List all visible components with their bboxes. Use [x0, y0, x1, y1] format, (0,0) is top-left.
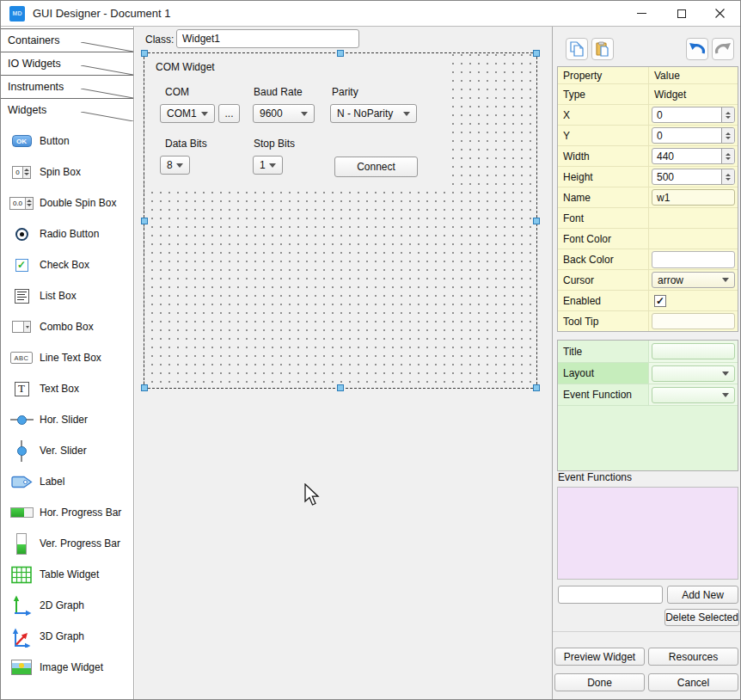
property-row-cursor: Cursor arrow	[558, 269, 738, 290]
color-swatch[interactable]	[652, 251, 735, 268]
widget-item-radio-button[interactable]: Radio Button	[1, 218, 132, 249]
line-text-box-icon: ABC	[9, 352, 34, 364]
property-spinner[interactable]: 500	[652, 169, 735, 185]
parity-value: N - NoParity	[337, 107, 393, 120]
redo-button[interactable]	[712, 38, 734, 60]
widget-item-button[interactable]: OK Button	[1, 126, 132, 157]
property-name: Enabled	[558, 291, 649, 310]
property-value-text: Widget	[652, 89, 686, 101]
minimize-icon	[637, 13, 646, 14]
com-widget-groupbox[interactable]: COM Widget COM COM1 ... Baud Rate 9600 P…	[144, 53, 450, 188]
palette-tab-io-widgets[interactable]: IO Widgets	[1, 52, 133, 75]
resize-handle[interactable]	[141, 218, 148, 224]
minimize-button[interactable]	[622, 1, 661, 26]
data-bits-label: Data Bits	[165, 138, 207, 150]
resize-handle[interactable]	[533, 218, 540, 224]
widget-item-check-box[interactable]: ✓ Check Box	[1, 249, 132, 280]
com-browse-button[interactable]: ...	[218, 104, 240, 123]
widget-item-hor-progress-bar[interactable]: Hor. Progress Bar	[1, 497, 132, 528]
widget-item-ver-slider[interactable]: Ver. Slider	[1, 435, 132, 466]
header-value: Value	[649, 67, 738, 83]
extra-property-name: Event Function	[558, 384, 649, 405]
property-inspector: Property Value Type WidgetX 0Y 0Width 44…	[552, 27, 740, 699]
resize-handle[interactable]	[533, 384, 540, 391]
widget-item-label: Ver. Slider	[40, 445, 87, 457]
resize-handle[interactable]	[337, 384, 344, 391]
widget-item-hor-slider[interactable]: Hor. Slider	[1, 404, 132, 435]
widget-item-2d-graph[interactable]: 2D Graph	[1, 590, 132, 621]
widget-item-label: Text Box	[40, 383, 79, 395]
resize-handle[interactable]	[337, 50, 344, 57]
tab-diagonal	[81, 112, 133, 121]
design-canvas[interactable]: Class: COM Widget COM COM1 ... Baud Rate…	[135, 27, 552, 699]
stop-bits-label: Stop Bits	[254, 138, 295, 150]
property-text-input[interactable]: w1	[652, 189, 735, 206]
widget-item-label[interactable]: Label	[1, 466, 132, 497]
widget-item-label: Combo Box	[40, 321, 94, 333]
resize-handle[interactable]	[533, 50, 540, 57]
resize-handle[interactable]	[141, 384, 148, 391]
spinner-arrows-icon[interactable]	[721, 169, 734, 184]
resize-handle[interactable]	[141, 50, 148, 57]
tab-label: IO Widgets	[8, 58, 61, 70]
property-name: Height	[558, 167, 649, 187]
palette-tab-containers[interactable]: Containers	[1, 28, 133, 52]
property-spinner[interactable]: 440	[652, 148, 735, 164]
hor-slider-icon	[9, 414, 34, 425]
widget-item-combo-box[interactable]: Combo Box	[1, 311, 132, 342]
paste-icon	[595, 41, 610, 57]
connect-button[interactable]: Connect	[334, 157, 418, 177]
widget-item-3d-graph[interactable]: 3D Graph	[1, 621, 132, 652]
parity-combobox[interactable]: N - NoParity	[330, 104, 417, 123]
combo-box-icon	[9, 321, 34, 333]
resources-button[interactable]: Resources	[648, 648, 738, 666]
graph-3d-icon	[9, 626, 34, 648]
class-name-input[interactable]	[176, 29, 359, 48]
property-combobox[interactable]: arrow	[652, 272, 735, 288]
palette-tab-widgets[interactable]: Widgets	[1, 98, 133, 121]
property-text-input[interactable]	[652, 313, 735, 329]
close-icon	[715, 9, 725, 18]
com-port-combobox[interactable]: COM1	[160, 104, 215, 123]
extra-text-input[interactable]	[652, 343, 735, 359]
stop-bits-combobox[interactable]: 1	[253, 156, 283, 175]
delete-selected-button[interactable]: Delete Selected	[664, 609, 739, 626]
extra-combobox[interactable]	[652, 365, 735, 382]
graph-2d-icon	[9, 595, 34, 616]
done-button[interactable]: Done	[554, 673, 645, 691]
maximize-button[interactable]	[662, 1, 701, 26]
property-row-enabled: Enabled ✓	[558, 290, 738, 310]
widget-item-line-text-box[interactable]: ABC Line Text Box	[1, 342, 132, 373]
palette-tab-instruments[interactable]: Instruments	[1, 75, 133, 98]
paste-button[interactable]	[591, 38, 614, 60]
widget-item-text-box[interactable]: T Text Box	[1, 373, 132, 404]
widget-item-spin-box[interactable]: 0 Spin Box	[1, 157, 132, 187]
copy-button[interactable]	[566, 38, 588, 60]
header-property: Property	[558, 67, 649, 83]
spinner-arrows-icon[interactable]	[721, 149, 734, 163]
widget-item-label: Button	[40, 135, 70, 147]
widget-item-ver-progress-bar[interactable]: Ver. Progress Bar	[1, 528, 132, 559]
chevron-down-icon	[176, 163, 183, 168]
property-spinner[interactable]: 0	[652, 127, 735, 144]
widget-item-image-widget[interactable]: Image Widget	[1, 652, 132, 683]
widget-item-double-spin-box[interactable]: 0.0 Double Spin Box	[1, 187, 132, 218]
event-function-name-input[interactable]	[558, 586, 663, 604]
undo-button[interactable]	[686, 38, 708, 60]
spinner-arrows-icon[interactable]	[721, 128, 734, 143]
checkbox-checked-icon[interactable]: ✓	[654, 295, 666, 307]
designed-widget[interactable]: COM Widget COM COM1 ... Baud Rate 9600 P…	[144, 52, 537, 389]
widget-item-label: Label	[40, 476, 64, 488]
preview-widget-button[interactable]: Preview Widget	[554, 648, 645, 666]
widget-item-list-box[interactable]: List Box	[1, 280, 132, 311]
spinner-arrows-icon[interactable]	[721, 107, 734, 122]
extra-combobox[interactable]	[652, 387, 735, 403]
widget-item-table-widget[interactable]: Table Widget	[1, 559, 132, 590]
baud-rate-combobox[interactable]: 9600	[253, 104, 315, 123]
add-new-button[interactable]: Add New	[667, 586, 738, 604]
close-button[interactable]	[701, 1, 739, 26]
event-functions-list[interactable]	[557, 487, 738, 580]
data-bits-combobox[interactable]: 8	[160, 156, 190, 175]
cancel-button[interactable]: Cancel	[648, 673, 738, 691]
property-spinner[interactable]: 0	[652, 107, 735, 123]
